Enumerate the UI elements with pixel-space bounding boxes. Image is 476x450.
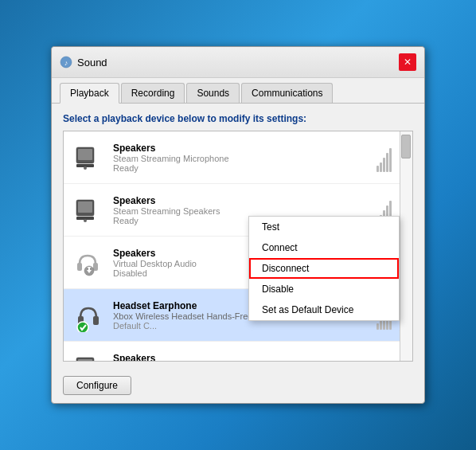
device-icon-5: [72, 351, 105, 362]
ctx-disable[interactable]: Disable: [249, 279, 399, 299]
device-status-4: Default C...: [113, 321, 377, 331]
device-icon-3: [72, 246, 105, 280]
configure-button[interactable]: Configure: [63, 376, 131, 395]
scrollbar-thumb[interactable]: [401, 135, 411, 158]
svg-rect-10: [77, 263, 82, 271]
sound-app-icon: ♪: [60, 56, 72, 68]
title-bar: ♪ Sound ✕: [52, 47, 424, 78]
device-name-2: Speakers: [113, 195, 377, 206]
device-desc-1: Steam Streaming Microphone: [113, 154, 377, 163]
dialog-body: Select a playback device below to modify…: [52, 104, 424, 371]
vol-bars-1: [377, 143, 392, 172]
svg-point-9: [84, 219, 87, 222]
device-info-5: Speakers Xbox Wire... Default D: [113, 353, 404, 362]
ctx-test[interactable]: Test: [249, 217, 399, 237]
device-desc-2: Steam Streaming Speakers: [113, 206, 377, 216]
svg-point-18: [77, 322, 88, 332]
device-name-5: Speakers: [113, 353, 404, 362]
svg-rect-14: [88, 267, 90, 270]
tab-communications[interactable]: Communications: [241, 83, 333, 103]
device-icon-4: [72, 299, 105, 332]
tab-sounds[interactable]: Sounds: [186, 83, 240, 103]
ctx-connect[interactable]: Connect: [249, 237, 399, 258]
device-icon-1: [72, 141, 105, 174]
tab-playback[interactable]: Playback: [60, 83, 119, 104]
title-bar-left: ♪ Sound: [60, 56, 107, 68]
svg-rect-17: [93, 316, 99, 325]
svg-rect-3: [78, 149, 92, 160]
bottom-bar: Configure: [52, 371, 424, 403]
tabs-bar: Playback Recording Sounds Communications: [52, 78, 424, 104]
device-icon-2: [72, 194, 105, 227]
device-info-1: Speakers Steam Streaming Microphone Read…: [113, 143, 377, 173]
close-button[interactable]: ✕: [399, 53, 416, 71]
svg-rect-7: [78, 202, 92, 213]
device-item[interactable]: Speakers Xbox Wire... Default D: [64, 342, 412, 362]
sound-dialog: ♪ Sound ✕ Playback Recording Sounds Comm…: [51, 46, 425, 404]
device-item[interactable]: Speakers Steam Streaming Microphone Read…: [64, 131, 412, 184]
svg-text:♪: ♪: [64, 59, 68, 67]
device-name-1: Speakers: [113, 143, 377, 154]
tab-recording[interactable]: Recording: [121, 83, 185, 103]
svg-point-5: [84, 166, 87, 170]
device-status-1: Ready: [113, 163, 377, 173]
instruction-text: Select a playback device below to modify…: [63, 113, 413, 124]
context-menu: Test Connect Disconnect Disable Set as D…: [248, 216, 400, 321]
svg-rect-20: [78, 359, 92, 362]
ctx-disconnect[interactable]: Disconnect: [249, 258, 399, 279]
device-list[interactable]: Speakers Steam Streaming Microphone Read…: [63, 131, 413, 362]
ctx-set-default[interactable]: Set as Default Device: [249, 299, 399, 320]
dialog-title: Sound: [77, 57, 107, 68]
scrollbar[interactable]: [400, 131, 412, 361]
